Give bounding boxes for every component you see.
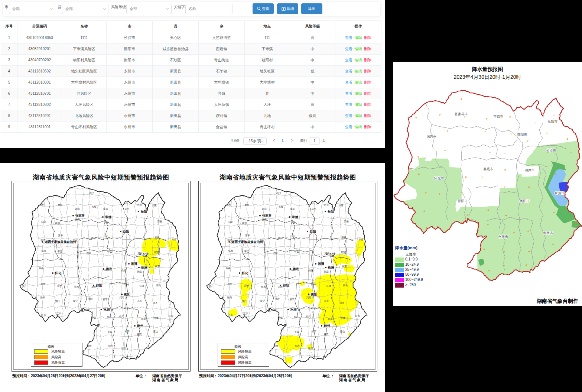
svg-text:邵阳市: 邵阳市 (458, 199, 468, 203)
svg-text:攸县: 攸县 (225, 267, 231, 269)
svg-text:津市: 津市 (58, 234, 64, 237)
svg-text:泸溪: 泸溪 (152, 204, 157, 207)
svg-text:岳阳市: 岳阳市 (548, 120, 558, 123)
svg-text:怀化: 怀化 (241, 271, 249, 275)
svg-text:澧县: 澧县 (344, 220, 349, 223)
svg-text:长沙市: 长沙市 (546, 149, 556, 152)
svg-text:醴陵: 醴陵 (341, 251, 347, 254)
svg-text:株洲: 株洲 (328, 266, 334, 269)
svg-text:桑植: 桑植 (58, 204, 63, 207)
svg-text:石门: 石门 (276, 192, 281, 194)
svg-text:张家界: 张家界 (262, 214, 272, 217)
svg-text:沅陵: 沅陵 (41, 221, 46, 224)
svg-text:会同: 会同 (295, 344, 300, 347)
svg-text:桃源: 桃源 (242, 222, 247, 225)
svg-text:宜章: 宜章 (328, 317, 333, 320)
svg-text:城步: 城步 (88, 297, 94, 300)
svg-text:张家界市: 张家界市 (455, 112, 468, 116)
svg-text:宁乡: 宁乡 (107, 251, 113, 254)
svg-text:衡山: 衡山 (324, 270, 329, 273)
svg-text:临湘: 临湘 (228, 249, 233, 252)
svg-text:东安: 东安 (324, 299, 329, 302)
svg-text:道县: 道县 (153, 301, 158, 304)
svg-text:江永: 江永 (41, 314, 46, 317)
svg-text:平江: 平江 (58, 250, 63, 253)
svg-text:湘潭: 湘潭 (131, 262, 138, 266)
svg-text:炎陵: 炎陵 (308, 269, 313, 272)
svg-text:涟源: 涟源 (140, 285, 145, 288)
svg-text:娄底: 娄底 (292, 267, 299, 271)
svg-text:临武: 临武 (306, 315, 311, 318)
svg-text:桃源: 桃源 (55, 222, 61, 225)
svg-text:嘉禾: 嘉禾 (294, 315, 299, 318)
svg-text:慈利: 慈利 (226, 203, 231, 206)
svg-text:花垣: 花垣 (124, 207, 130, 210)
svg-text:邵阳: 邵阳 (282, 284, 289, 287)
svg-text:桂东: 桂东 (168, 315, 174, 317)
svg-text:嘉禾: 嘉禾 (107, 315, 112, 318)
svg-text:张家界: 张家界 (75, 214, 85, 217)
svg-text:绥宁: 绥宁 (260, 299, 265, 302)
svg-text:武冈: 武冈 (306, 296, 311, 299)
svg-text:醴陵: 醴陵 (155, 251, 160, 254)
svg-text:汉寿: 汉寿 (75, 218, 80, 221)
svg-text:沅江: 沅江 (104, 234, 109, 237)
svg-text:新宁: 新宁 (103, 298, 108, 301)
svg-text:龙山: 龙山 (262, 207, 267, 210)
svg-text:花垣: 花垣 (311, 207, 317, 210)
svg-text:蓝山: 蓝山 (153, 330, 159, 333)
svg-text:祁东: 祁东 (261, 285, 266, 288)
svg-text:新田: 新田 (324, 333, 329, 336)
svg-text:长沙: 长沙 (329, 252, 336, 256)
svg-text:衡东: 衡东 (155, 265, 160, 268)
svg-text:炎陵: 炎陵 (121, 269, 127, 272)
svg-text:隆回: 隆回 (40, 296, 45, 299)
svg-text:新田: 新田 (137, 333, 142, 336)
svg-text:靖州: 靖州 (308, 347, 313, 349)
svg-text:隆回: 隆回 (227, 296, 232, 299)
svg-text:湘潭: 湘潭 (318, 262, 325, 266)
svg-text:道县: 道县 (340, 301, 345, 304)
svg-text:临武: 临武 (119, 315, 124, 318)
svg-text:武冈: 武冈 (119, 296, 124, 299)
svg-text:桂东: 桂东 (355, 315, 361, 317)
svg-text:桂阳: 桂阳 (311, 330, 316, 333)
svg-text:怀化市: 怀化市 (434, 176, 444, 180)
svg-text:郴州: 郴州 (137, 324, 143, 328)
svg-text:株洲: 株洲 (141, 266, 147, 269)
svg-text:城步: 城步 (275, 297, 280, 300)
svg-text:沅江: 沅江 (291, 234, 296, 237)
svg-text:宁远: 宁远 (91, 316, 97, 319)
svg-text:江华: 江华 (56, 312, 62, 315)
svg-text:桃江: 桃江 (278, 237, 283, 240)
svg-text:双牌: 双牌 (87, 344, 92, 347)
svg-text:祁东: 祁东 (74, 285, 79, 288)
svg-text:桃江: 桃江 (91, 237, 97, 240)
svg-text:洞口: 洞口 (242, 300, 247, 303)
svg-text:益阳: 益阳 (123, 230, 129, 233)
svg-text:慈利: 慈利 (39, 203, 45, 206)
svg-text:津市: 津市 (245, 234, 250, 237)
svg-text:株洲市: 株洲市 (555, 191, 565, 195)
svg-text:浏阳: 浏阳 (273, 252, 278, 255)
svg-text:耒阳: 耒阳 (41, 282, 46, 285)
svg-text:常宁: 常宁 (57, 285, 62, 288)
svg-text:宜章: 宜章 (141, 317, 146, 320)
svg-text:汉寿: 汉寿 (262, 218, 267, 221)
svg-text:绥宁: 绥宁 (73, 299, 78, 302)
svg-text:保靖: 保靖 (103, 208, 108, 210)
svg-text:常德: 常德 (292, 215, 299, 219)
svg-text:泸溪: 泸溪 (339, 204, 344, 207)
svg-text:湘潭市: 湘潭市 (525, 168, 535, 172)
svg-text:永顺: 永顺 (279, 205, 284, 208)
svg-text:资兴: 资兴 (295, 331, 300, 334)
svg-text:桑植: 桑植 (245, 204, 250, 207)
svg-text:龙山: 龙山 (75, 207, 80, 210)
svg-text:永州市: 永州市 (498, 235, 508, 239)
svg-text:沅陵: 沅陵 (228, 221, 233, 224)
svg-text:宁远: 宁远 (278, 316, 283, 319)
svg-text:宁乡: 宁乡 (294, 251, 299, 254)
svg-text:邵阳: 邵阳 (95, 284, 102, 287)
svg-text:攸县: 攸县 (39, 267, 44, 269)
svg-text:长沙: 长沙 (142, 252, 149, 256)
